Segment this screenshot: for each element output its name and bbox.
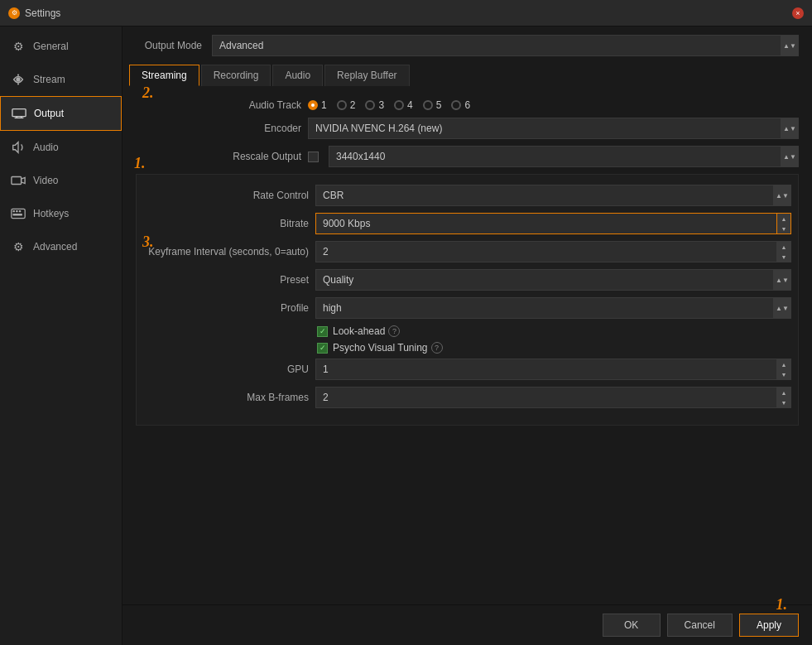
radio-track-3[interactable] [365,100,375,110]
preset-row: Preset Quality ▲▼ [143,269,791,291]
bitrate-spin-up[interactable]: ▲ [777,214,790,224]
radio-track-4[interactable] [394,100,404,110]
preset-select-wrapper: Quality ▲▼ [315,269,791,291]
sidebar-item-stream[interactable]: Stream [0,63,122,96]
radio-track-2[interactable] [337,100,347,110]
track-option-2[interactable]: 2 [337,99,356,111]
profile-row: Profile high ▲▼ [143,297,791,319]
rescale-checkbox[interactable] [308,152,319,162]
psycho-visual-checkbox[interactable]: ✓ [317,343,328,354]
keyframe-spin-up[interactable]: ▲ [777,242,790,252]
svg-rect-11 [16,210,17,212]
max-bframes-arrows: ▲ ▼ [776,387,791,408]
advanced-icon: ⚙ [10,238,26,255]
look-ahead-help[interactable]: ? [388,325,400,337]
video-icon [10,172,26,189]
tab-audio[interactable]: Audio [272,65,323,86]
hotkeys-icon [10,205,26,222]
preset-select[interactable]: Quality [315,269,791,291]
psycho-visual-help[interactable]: ? [431,342,443,354]
svg-rect-10 [12,210,14,212]
svg-rect-3 [12,109,26,117]
look-ahead-row: ✓ Look-ahead ? [143,325,791,337]
track-option-3[interactable]: 3 [365,99,384,111]
look-ahead-checkbox[interactable]: ✓ [317,326,328,337]
max-bframes-label: Max B-frames [143,392,309,403]
track-option-6[interactable]: 6 [451,99,470,111]
profile-select[interactable]: high [315,297,791,319]
svg-rect-7 [12,177,22,185]
sidebar-item-video[interactable]: Video [0,164,122,197]
sidebar-item-general[interactable]: ⚙ General [0,30,122,63]
keyframe-row: Keyframe Interval (seconds, 0=auto) 2 ▲ … [143,241,791,262]
encoder-row: Encoder NVIDIA NVENC H.264 (new) ▲▼ [136,118,799,139]
gpu-spin-up[interactable]: ▲ [777,359,790,369]
apply-button[interactable]: Apply [739,614,799,637]
sidebar-label-advanced: Advanced [33,241,77,253]
audio-track-row: Audio Track 1 2 3 [136,99,799,111]
sidebar-label-audio: Audio [33,142,59,153]
sidebar-item-hotkeys[interactable]: Hotkeys [0,197,122,230]
tab-recording[interactable]: Recording [201,65,271,86]
encoder-select-wrapper: NVIDIA NVENC H.264 (new) ▲▼ [308,118,799,139]
max-bframes-spinbox: ▲ ▼ [315,387,791,408]
rate-control-select[interactable]: CBR [315,185,791,206]
sidebar-label-stream: Stream [33,74,65,85]
rate-control-label: Rate Control [143,190,309,201]
bitrate-label: Bitrate [143,218,309,229]
gpu-label: GPU [143,363,309,375]
bitrate-spin-down[interactable]: ▼ [777,224,790,233]
tab-replay-buffer[interactable]: Replay Buffer [324,65,410,86]
output-icon [11,105,27,122]
svg-point-2 [17,83,19,84]
radio-track-1[interactable] [308,100,318,110]
gpu-input[interactable] [315,359,776,380]
gpu-arrows: ▲ ▼ [776,359,791,380]
profile-select-wrapper: high ▲▼ [315,297,791,319]
close-button[interactable]: × [792,7,804,19]
stream-icon [10,71,26,88]
cancel-button[interactable]: Cancel [667,614,733,637]
radio-track-5[interactable] [423,100,433,110]
sidebar-label-hotkeys: Hotkeys [33,208,69,219]
encoder-settings-box: Rate Control CBR ▲▼ Bitrate 9000 Kbps [136,174,799,426]
encoder-select[interactable]: NVIDIA NVENC H.264 (new) [308,118,799,139]
main-layout: ⚙ General Stream [0,26,812,645]
sidebar: ⚙ General Stream [0,26,123,645]
rate-control-select-wrapper: CBR ▲▼ [315,185,791,206]
rate-control-row: Rate Control CBR ▲▼ [143,185,791,206]
sidebar-item-advanced[interactable]: ⚙ Advanced [0,230,122,263]
track-option-4[interactable]: 4 [394,99,413,111]
track-label-1: 1 [321,99,327,111]
sidebar-item-output[interactable]: Output [0,96,122,131]
keyframe-spin-down[interactable]: ▼ [777,252,790,262]
audio-track-label: Audio Track [136,99,301,111]
svg-point-1 [17,75,19,76]
gpu-row: GPU ▲ ▼ [143,359,791,380]
rescale-select[interactable]: 3440x1440 [329,146,799,167]
max-bframes-spin-down[interactable]: ▼ [777,397,790,407]
ok-button[interactable]: OK [603,614,661,637]
max-bframes-spin-up[interactable]: ▲ [777,387,790,397]
look-ahead-label: Look-ahead ? [333,325,400,337]
gpu-spin-down[interactable]: ▼ [777,369,790,379]
output-mode-select-wrapper: Simple Advanced ▲▼ [212,35,799,56]
max-bframes-input[interactable] [315,387,776,408]
sidebar-item-audio[interactable]: Audio [0,131,122,164]
output-mode-row: Output Mode Simple Advanced ▲▼ [123,26,812,65]
track-option-1[interactable]: 1 [308,99,327,111]
track-option-5[interactable]: 5 [423,99,442,111]
keyframe-input[interactable]: 2 [315,241,776,262]
bitrate-row: Bitrate 9000 Kbps ▲ ▼ [143,213,791,234]
bitrate-arrows: ▲ ▼ [776,213,791,234]
bitrate-input[interactable]: 9000 Kbps [315,213,776,234]
rescale-row: Rescale Output 3440x1440 ▲▼ [136,146,799,167]
window-title: Settings [25,7,60,19]
radio-track-6[interactable] [451,100,461,110]
content-wrapper: 2. 1. 3. 1. Output Mode Simple Advanced … [123,26,812,645]
rescale-select-wrapper: 3440x1440 ▲▼ [329,146,799,167]
sidebar-label-general: General [33,41,69,52]
output-mode-select[interactable]: Simple Advanced [212,35,799,56]
bottom-bar: OK Cancel Apply [123,604,812,645]
tab-streaming[interactable]: Streaming [129,65,199,86]
